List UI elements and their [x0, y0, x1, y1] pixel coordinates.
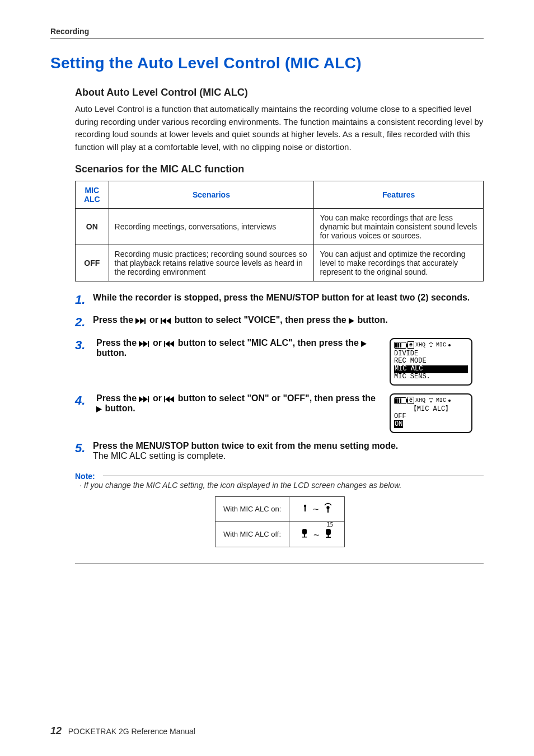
svg-marker-12 [170, 341, 174, 347]
cell-mode: OFF [76, 245, 109, 281]
mic-solid-15-icon: 15 [324, 527, 334, 541]
lcd-line: OFF [394, 413, 468, 421]
lcd-status-bar: e XHQ MIC [394, 397, 468, 405]
icon-change-table: With MIC ALC on: ~ With MIC ALC off: [215, 496, 345, 547]
step-frag: Press the MENU/STOP button twice to exit… [93, 441, 398, 450]
step-frag: button. [105, 403, 135, 413]
step-number: 1. [75, 293, 88, 307]
icon-cell: ~ 15 [289, 521, 345, 547]
mic-15-label: 15 [327, 522, 334, 528]
svg-marker-20 [170, 396, 174, 402]
step-4: 4. Press the or button to select "ON" or… [75, 393, 484, 433]
rewind-icon [161, 318, 172, 324]
step-number: 4. [75, 393, 88, 408]
step-frag: The MIC ALC setting is complete. [93, 451, 226, 461]
svg-rect-30 [326, 529, 331, 535]
lcd-line-selected: ON [394, 421, 468, 429]
mic-dot-icon [448, 344, 451, 346]
svg-marker-11 [165, 341, 170, 347]
lcd-figure: e XHQ MIC DIVIDE REC MODE MIC ALC MIC SE… [390, 338, 484, 386]
page-title: Setting the Auto Level Control (MIC ALC) [50, 54, 484, 72]
mic-label: MIC [436, 397, 446, 404]
page-footer: 12 POCKETRAK 2G Reference Manual [50, 725, 195, 737]
step-frag: button. [96, 348, 127, 358]
step-frag: button. [358, 315, 388, 325]
e-badge-icon: e [407, 341, 414, 349]
play-icon [96, 406, 102, 412]
mic-dot-icon [448, 400, 451, 402]
lcd-figure: e XHQ MIC 【MIC ALC】 OFF ON [390, 393, 484, 433]
step-number: 3. [75, 338, 88, 353]
note-bottom-rule [75, 563, 484, 564]
svg-rect-3 [161, 318, 162, 324]
svg-rect-27 [302, 529, 307, 534]
fast-forward-icon [139, 341, 150, 347]
lcd-line: 【MIC ALC】 [394, 406, 468, 414]
note-text: · If you change the MIC ALC setting, the… [79, 481, 484, 490]
svg-point-14 [430, 345, 432, 347]
about-text: Auto Level Control is a function that au… [75, 103, 484, 153]
col-mic-alc: MIC ALC [76, 181, 109, 209]
lcd-line-selected: MIC ALC [394, 365, 468, 373]
mic-label: MIC [436, 342, 446, 349]
page-number: 12 [50, 725, 62, 736]
e-badge-icon: e [407, 397, 414, 405]
step-5: 5. Press the MENU/STOP button twice to e… [75, 441, 484, 461]
about-section: About Auto Level Control (MIC ALC) Auto … [75, 87, 484, 564]
rewind-icon [164, 396, 175, 402]
doc-title: POCKETRAK 2G Reference Manual [68, 727, 195, 736]
svg-rect-26 [327, 509, 329, 513]
signal-icon [428, 341, 434, 349]
svg-rect-10 [164, 341, 165, 347]
fast-forward-icon [139, 396, 150, 402]
svg-rect-31 [327, 535, 329, 537]
col-scenarios: Scenarios [109, 181, 314, 209]
icon-row-label: With MIC ALC on: [216, 496, 289, 521]
table-head: MIC ALC Scenarios Features [76, 181, 484, 209]
note-label: Note: [75, 472, 99, 481]
step-frag: button to select "MIC ALC", then press t… [178, 338, 361, 348]
table-row: With MIC ALC on: ~ [216, 496, 345, 521]
svg-marker-15 [139, 396, 143, 402]
svg-marker-16 [143, 396, 148, 402]
table-row: With MIC ALC off: ~ 15 [216, 521, 345, 547]
play-icon [361, 341, 367, 347]
play-icon [349, 318, 355, 324]
mic-large-with-arc-icon [323, 504, 333, 515]
battery-icon [394, 397, 406, 404]
lcd-status-bar: e XHQ MIC [394, 341, 468, 349]
svg-marker-4 [162, 318, 166, 324]
svg-rect-32 [326, 537, 331, 538]
cell-scenario: Recording music practices; recording sou… [109, 245, 314, 281]
svg-marker-13 [361, 341, 367, 347]
icon-row-label: With MIC ALC off: [216, 521, 289, 547]
table-row: OFF Recording music practices; recording… [76, 245, 484, 281]
note-block: Note: · If you change the MIC ALC settin… [75, 471, 484, 564]
svg-marker-5 [166, 318, 171, 324]
step-frag: Press the [93, 315, 135, 325]
cell-scenario: Recording meetings, conversations, inter… [109, 209, 314, 245]
lcd-line: MIC SENS. [394, 373, 468, 381]
step-text: Press the MENU/STOP button twice to exit… [93, 441, 484, 461]
icon-cell: ~ [289, 496, 345, 521]
svg-rect-9 [148, 341, 149, 347]
fast-forward-icon [135, 318, 147, 324]
step-text: While the recorder is stopped, press the… [93, 293, 484, 307]
svg-marker-7 [139, 341, 143, 347]
svg-marker-19 [165, 396, 170, 402]
col-features: Features [314, 181, 484, 209]
svg-rect-29 [302, 537, 307, 538]
xhq-label: XHQ [415, 342, 425, 349]
step-number: 2. [75, 315, 88, 330]
step-2: 2. Press the or button to select "VOICE"… [75, 315, 484, 330]
step-frag: button to select "ON" or "OFF", then pre… [178, 393, 376, 403]
svg-marker-21 [96, 406, 102, 412]
xhq-label: XHQ [415, 397, 425, 404]
about-heading: About Auto Level Control (MIC ALC) [75, 87, 484, 98]
step-frag: or [153, 338, 164, 348]
step-number: 5. [75, 441, 88, 461]
svg-marker-0 [135, 318, 140, 324]
cell-feature: You can adjust and optimize the recordin… [314, 245, 484, 281]
mic-small-icon [301, 504, 312, 515]
tilde-icon: ~ [313, 504, 319, 515]
